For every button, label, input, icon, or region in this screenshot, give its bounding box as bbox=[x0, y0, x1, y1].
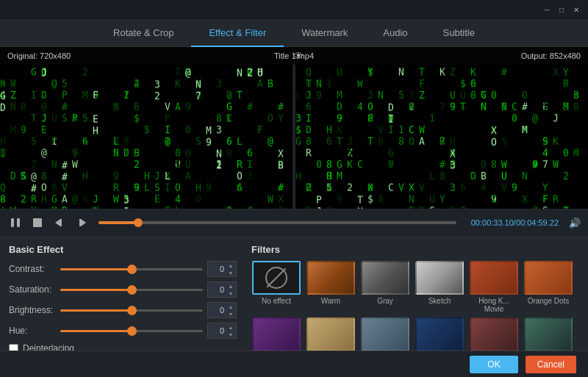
filter-thumb-orange-dots bbox=[524, 261, 573, 295]
tab-rotate-crop[interactable]: Rotate & Crop bbox=[96, 21, 191, 47]
filters-title: Filters bbox=[251, 244, 579, 255]
tab-watermark[interactable]: Watermark bbox=[284, 21, 365, 47]
maximize-button[interactable]: □ bbox=[556, 4, 567, 16]
saturation-slider-container bbox=[60, 284, 203, 295]
time-display: 00:00:33.10/00:04:59.22 bbox=[471, 218, 559, 227]
filter-thumb-pixelate bbox=[524, 317, 573, 351]
filter-thumb-modern bbox=[470, 317, 518, 351]
hue-row: Hue: ▲ ▼ bbox=[9, 323, 237, 339]
prev-button[interactable] bbox=[51, 215, 68, 231]
hue-slider[interactable] bbox=[60, 330, 203, 332]
filter-label-warm: Warm bbox=[321, 297, 340, 305]
filters-grid: No effectWarmGraySketchHong K... MovieOr… bbox=[251, 261, 579, 362]
close-button[interactable]: ✕ bbox=[570, 4, 582, 16]
filter-item-hk-movie[interactable]: Hong K... Movie bbox=[469, 261, 519, 313]
contrast-label: Contrast: bbox=[9, 264, 60, 274]
filter-label-hk-movie: Hong K... Movie bbox=[469, 297, 519, 313]
hue-down-arrow[interactable]: ▼ bbox=[226, 331, 236, 338]
filter-thumb-plain bbox=[306, 317, 355, 351]
ok-button[interactable]: OK bbox=[470, 356, 517, 373]
hue-slider-container bbox=[60, 325, 203, 337]
svg-rect-0 bbox=[11, 218, 14, 227]
hue-label: Hue: bbox=[9, 326, 60, 336]
svg-rect-4 bbox=[60, 219, 62, 226]
filter-item-gray[interactable]: Gray bbox=[360, 261, 410, 313]
filter-thumb-no-effect bbox=[252, 261, 301, 295]
filter-thumb-warm bbox=[306, 261, 355, 295]
brightness-label: Brightness: bbox=[9, 305, 60, 315]
filter-label-sketch: Sketch bbox=[429, 297, 451, 305]
output-label: Output: 852x480 bbox=[521, 51, 581, 60]
contrast-down-arrow[interactable]: ▼ bbox=[226, 269, 236, 276]
filter-thumb-gray bbox=[361, 261, 409, 295]
next-button[interactable] bbox=[74, 215, 90, 231]
minimize-button[interactable]: ─ bbox=[541, 4, 553, 16]
svg-rect-1 bbox=[17, 218, 20, 227]
filter-label-orange-dots: Orange Dots bbox=[528, 297, 570, 305]
contrast-row: Contrast: ▲ ▼ bbox=[9, 261, 237, 277]
stop-icon bbox=[32, 217, 43, 229]
filter-thumb-purple bbox=[252, 317, 301, 351]
brightness-up-arrow[interactable]: ▲ bbox=[226, 303, 236, 310]
next-icon bbox=[76, 217, 87, 229]
title-bar: ─ □ ✕ bbox=[0, 0, 588, 21]
saturation-slider[interactable] bbox=[60, 289, 203, 291]
contrast-up-arrow[interactable]: ▲ bbox=[226, 262, 236, 269]
filter-thumb-coordinates bbox=[361, 317, 409, 351]
contrast-spinner: ▲ ▼ bbox=[207, 261, 237, 277]
prev-icon bbox=[54, 217, 65, 229]
tab-effect-filter[interactable]: Effect & Filter bbox=[191, 21, 284, 47]
brightness-down-arrow[interactable]: ▼ bbox=[226, 310, 236, 317]
volume-icon[interactable]: 🔊 bbox=[569, 218, 581, 229]
filter-item-no-effect[interactable]: No effect bbox=[251, 261, 301, 313]
saturation-label: Saturation: bbox=[9, 284, 60, 295]
svg-rect-6 bbox=[79, 219, 81, 226]
svg-marker-5 bbox=[81, 219, 86, 226]
brightness-row: Brightness: ▲ ▼ bbox=[9, 302, 237, 318]
hue-up-arrow[interactable]: ▲ bbox=[226, 323, 236, 331]
video-area: Original: 720x480 👁 Output: 852x480 Titl… bbox=[0, 47, 588, 209]
filter-thumb-stars bbox=[415, 317, 464, 351]
tab-subtitle[interactable]: Subtitle bbox=[426, 21, 492, 47]
matrix-canvas-left bbox=[0, 65, 293, 209]
cancel-button[interactable]: Cancel bbox=[526, 356, 576, 373]
hue-spinner: ▲ ▼ bbox=[207, 323, 237, 339]
filter-thumb-sketch bbox=[415, 261, 464, 295]
filter-item-sketch[interactable]: Sketch bbox=[415, 261, 465, 313]
saturation-up-arrow[interactable]: ▲ bbox=[226, 282, 236, 290]
stop-button[interactable] bbox=[29, 215, 46, 231]
filter-item-orange-dots[interactable]: Orange Dots bbox=[523, 261, 573, 313]
progress-fill bbox=[98, 221, 138, 224]
saturation-row: Saturation: ▲ ▼ bbox=[9, 281, 237, 298]
contrast-slider-container bbox=[60, 263, 203, 275]
filter-label-no-effect: No effect bbox=[262, 297, 291, 305]
progress-bar[interactable] bbox=[98, 221, 456, 224]
tab-audio[interactable]: Audio bbox=[365, 21, 425, 47]
pause-button[interactable] bbox=[7, 215, 24, 231]
progress-knob[interactable] bbox=[134, 218, 143, 227]
brightness-slider-container bbox=[60, 304, 203, 316]
filter-item-warm[interactable]: Warm bbox=[306, 261, 356, 313]
basic-effect-title: Basic Effect bbox=[9, 244, 237, 255]
svg-rect-2 bbox=[33, 218, 42, 227]
tab-bar: Rotate & Crop Effect & Filter Watermark … bbox=[0, 21, 588, 47]
controls-bar: 00:00:33.10/00:04:59.22 🔊 bbox=[0, 209, 588, 237]
video-title: Title 1.mp4 bbox=[274, 47, 314, 65]
no-effect-icon bbox=[265, 267, 287, 289]
left-video-preview bbox=[0, 47, 293, 209]
pause-icon bbox=[10, 217, 21, 229]
contrast-slider[interactable] bbox=[60, 268, 203, 270]
filter-thumb-hk-movie bbox=[470, 261, 518, 295]
saturation-spinner: ▲ ▼ bbox=[207, 281, 237, 298]
matrix-canvas-right bbox=[295, 65, 588, 209]
svg-marker-3 bbox=[55, 219, 60, 226]
brightness-slider[interactable] bbox=[60, 309, 203, 312]
filter-label-gray: Gray bbox=[377, 297, 393, 305]
brightness-spinner: ▲ ▼ bbox=[207, 302, 237, 318]
bottom-action-bar: OK Cancel bbox=[0, 351, 588, 377]
original-label: Original: 720x480 bbox=[7, 51, 71, 60]
right-video-preview bbox=[295, 47, 588, 209]
saturation-down-arrow[interactable]: ▼ bbox=[226, 290, 236, 297]
